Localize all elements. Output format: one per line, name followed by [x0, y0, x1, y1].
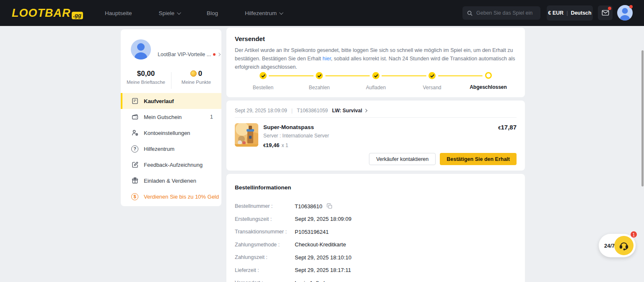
- money-bag-icon: $: [131, 193, 139, 201]
- contact-seller-button[interactable]: Verkäufer kontaktieren: [369, 153, 436, 165]
- product-unit-price: €19,46x 1: [263, 142, 288, 148]
- support-notification-badge: 1: [630, 231, 637, 238]
- logo-text: LOOTBAR: [12, 5, 70, 21]
- currency-language-selector[interactable]: € EUR | Deutsch: [547, 5, 593, 21]
- order-card: Sept 29, 2025 18:09:09 | T1063861059 LW:…: [226, 101, 525, 171]
- info-row-versandart: Versandart : Login Aufladen: [235, 277, 517, 282]
- info-row-zahlungszeit: Zahlungszeit : Sept 29, 2025 18:10:10: [235, 251, 517, 264]
- scrollbar-thumb[interactable]: [641, 50, 644, 186]
- order-date: Sept 29, 2025 18:09:09: [235, 108, 287, 114]
- game-search[interactable]: [462, 6, 540, 20]
- nav-hauptseite[interactable]: Hauptseite: [105, 10, 132, 16]
- vip-benefits-link[interactable]: LootBar VIP-Vorteile ...: [158, 52, 220, 57]
- order-actions: Verkäufer kontaktieren Bestätigen Sie de…: [369, 153, 517, 165]
- sidebar-item-label: Kaufverlauf: [144, 98, 174, 104]
- step-abgeschlossen: Abgeschlossen: [460, 72, 517, 90]
- logo-badge: .gg: [72, 12, 83, 19]
- sidebar-avatar[interactable]: [131, 39, 151, 60]
- coin-icon: [190, 70, 197, 77]
- points-amount: 0: [171, 70, 221, 78]
- confirm-receipt-button[interactable]: Bestätigen Sie den Erhalt: [440, 153, 517, 165]
- unread-dot: [608, 7, 611, 10]
- info-row-bestellnummer: Bestellnummer : T10638610: [235, 200, 517, 213]
- order-info-title: Bestellinformationen: [235, 184, 291, 191]
- sidebar-item-feedback[interactable]: Feedback-Aufzeichnung: [121, 157, 221, 173]
- status-description: Der Artikel wurde an Ihr Spielkonto gese…: [235, 46, 518, 71]
- nav-blog[interactable]: Blog: [207, 10, 218, 16]
- sidebar-item-label: Einladen & Verdienen: [144, 178, 196, 184]
- vip-notification-dot: [213, 53, 216, 56]
- sidebar-item-label: Hilfezentrum: [144, 146, 174, 152]
- search-input[interactable]: [476, 10, 535, 16]
- divider: [171, 72, 171, 89]
- shipping-status-card: Versendet Der Artikel wurde an Ihr Spiel…: [226, 28, 525, 97]
- help-icon: ?: [131, 145, 139, 153]
- game-link[interactable]: LW: Survival: [332, 108, 367, 114]
- wallet-summary[interactable]: $0,00 Meine Brieftasche: [121, 70, 171, 93]
- wallet-points-row: $0,00 Meine Brieftasche 0 Meine Punkte: [121, 70, 221, 93]
- sidebar-item-hilfezentrum[interactable]: ? Hilfezentrum: [121, 141, 221, 157]
- step-versand: Versand: [404, 72, 460, 91]
- product-server: Server : Internationale Server: [263, 133, 329, 139]
- wallet-icon: [131, 113, 139, 121]
- support-widget[interactable]: 24/7 1: [599, 234, 636, 257]
- sidebar-item-label: Verdienen Sie bis zu 10% Geld: [144, 194, 219, 200]
- sidebar-item-label: Kontoeinstellungen: [144, 130, 190, 136]
- vip-label: LootBar VIP-Vorteile ...: [158, 52, 211, 57]
- main-nav: Hauptseite Spiele Blog Hilfezentrum: [105, 0, 282, 26]
- gift-icon: [131, 177, 139, 185]
- messages-button[interactable]: [598, 5, 613, 20]
- order-info-rows: Bestellnummer : T10638610 Erstellungszei…: [235, 200, 517, 282]
- nav-spiele[interactable]: Spiele: [159, 10, 180, 16]
- step-bestellen: Bestellen: [235, 72, 291, 91]
- chevron-down-icon: [279, 10, 283, 15]
- lootbar-logo[interactable]: LOOTBAR .gg: [12, 6, 83, 20]
- language-label: Deutsch: [571, 10, 591, 16]
- confirm-here-link[interactable]: hier: [322, 56, 331, 62]
- step-current-icon: [485, 72, 492, 79]
- lootbar-order-page: LOOTBAR .gg Hauptseite Spiele Blog Hilfe…: [0, 0, 644, 282]
- sidebar-item-cashback[interactable]: $ Verdienen Sie bis zu 10% Geld: [121, 189, 221, 204]
- sidebar-item-einladen[interactable]: Einladen & Verdienen: [121, 173, 221, 189]
- points-summary[interactable]: 0 Meine Punkte: [171, 70, 221, 93]
- step-done-icon: [428, 72, 436, 79]
- product-quantity: x 1: [281, 142, 288, 148]
- currency-label: € EUR: [548, 10, 564, 16]
- top-navbar: LOOTBAR .gg Hauptseite Spiele Blog Hilfe…: [0, 0, 644, 26]
- copy-icon[interactable]: [327, 203, 332, 209]
- sidebar-item-kontoeinstellungen[interactable]: Kontoeinstellungen: [121, 125, 221, 141]
- sidebar-item-label: Feedback-Aufzeichnung: [144, 162, 203, 168]
- account-sidebar: LootBar VIP-Vorteile ... $0,00 Meine Bri…: [121, 29, 221, 206]
- avatar-notification-dot: [629, 5, 633, 8]
- order-progress-steps: Bestellen Bezahlen Aufladen Versand Abge…: [235, 72, 517, 94]
- mail-icon: [602, 10, 609, 16]
- account-settings-icon: [131, 129, 139, 137]
- wallet-amount: $0,00: [121, 70, 171, 78]
- status-title: Versendet: [235, 35, 265, 42]
- sidebar-item-gutschein[interactable]: Mein Gutschein 1: [121, 109, 221, 125]
- product-name: Super-Monatspass: [263, 124, 314, 130]
- sidebar-item-kaufverlauf[interactable]: Kaufverlauf: [121, 93, 221, 109]
- sidebar-item-label: Mein Gutschein: [144, 114, 182, 120]
- nav-hilfezentrum[interactable]: Hilfezentrum: [245, 10, 282, 16]
- separator: |: [566, 10, 568, 16]
- step-bezahlen: Bezahlen: [291, 72, 348, 91]
- product-thumbnail[interactable]: [235, 123, 258, 147]
- order-info-card: Bestellinformationen Bestellnummer : T10…: [226, 174, 525, 282]
- order-number: T1063861059: [297, 108, 328, 114]
- edit-icon: [131, 161, 139, 169]
- wallet-label: Meine Brieftasche: [121, 80, 171, 85]
- support-label: 24/7: [604, 243, 615, 249]
- info-row-erstellungszeit: Erstellungszeit : Sept 29, 2025 18:09:09: [235, 213, 517, 226]
- info-row-lieferzeit: Lieferzeit : Sept 29, 2025 18:17:11: [235, 264, 517, 277]
- avatar-person-icon: [131, 39, 151, 60]
- chevron-down-icon: [177, 10, 181, 15]
- info-row-transaktionsnummer: Transaktionsnummer : P1053196241: [235, 225, 517, 238]
- info-row-zahlungsmethode: Zahlungsmethode : Checkout-Kreditkarte: [235, 238, 517, 251]
- headset-icon: [614, 236, 634, 255]
- sidebar-menu: Kaufverlauf Mein Gutschein 1 Kontoeinste…: [121, 93, 221, 204]
- chevron-right-icon: [217, 53, 221, 56]
- receipt-icon: [131, 97, 139, 105]
- step-done-icon: [260, 72, 267, 79]
- gutschein-count: 1: [210, 114, 213, 120]
